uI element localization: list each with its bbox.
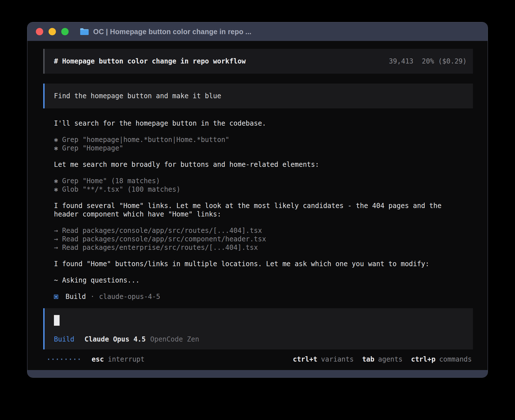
terminal-window: OC | Homepage button color change in rep… xyxy=(27,22,488,378)
minimize-button[interactable] xyxy=(49,28,56,35)
prompt-input[interactable]: Build Claude Opus 4.5 OpenCode Zen xyxy=(43,308,473,349)
context-usage: 20% ($0.29) xyxy=(422,57,467,65)
titlebar: OC | Homepage button color change in rep… xyxy=(27,22,488,41)
tool-call-line: ✱ Grep "Homepage" xyxy=(54,144,473,152)
input-mode-label: Build xyxy=(54,335,74,343)
shortcut-hint-agents: tabagents xyxy=(362,355,403,363)
window-bottom-edge xyxy=(27,370,488,377)
tool-call-line: ✱ Glob "**/*.tsx" (100 matches) xyxy=(54,185,473,194)
assistant-text-line: I found "Home" buttons/links in multiple… xyxy=(54,260,473,268)
input-model-label: Claude Opus 4.5 xyxy=(84,335,146,343)
zoom-button[interactable] xyxy=(61,28,69,35)
agent-model: claude-opus-4-5 xyxy=(99,293,160,301)
shortcut-hint-variants: ctrl+tvariants xyxy=(293,355,353,363)
agent-name: Build xyxy=(66,293,86,301)
assistant-text-block: I found several "Home" links. Let me loo… xyxy=(54,202,473,218)
tool-call-line: ✱ Grep "Home" (18 matches) xyxy=(54,177,473,185)
assistant-text-line: I found several "Home" links. Let me loo… xyxy=(54,202,473,210)
session-stats: 39,413 20% ($0.29) xyxy=(389,57,467,65)
shortcut-key: ctrl+p xyxy=(411,355,436,363)
shortcut-key: tab xyxy=(362,355,374,363)
session-header: # Homepage button color change in repo w… xyxy=(43,49,473,74)
assistant-text-line: I'll search for the homepage button in t… xyxy=(54,119,473,128)
spinner-dots: ········ xyxy=(47,355,82,363)
close-button[interactable] xyxy=(36,28,43,35)
assistant-text-block: I'll search for the homepage button in t… xyxy=(54,119,473,128)
interrupt-label: interrupt xyxy=(108,355,145,363)
agent-status-row: Build · claude-opus-4-5 xyxy=(43,292,473,301)
assistant-text-block: I found "Home" buttons/links in multiple… xyxy=(54,260,473,268)
tool-call-line: → Read packages/console/app/src/componen… xyxy=(54,235,473,243)
terminal-content: # Homepage button color change in repo w… xyxy=(27,41,488,370)
assistant-transcript: I'll search for the homepage button in t… xyxy=(43,119,473,285)
agent-square-icon xyxy=(54,295,58,299)
shortcut-key: ctrl+t xyxy=(293,355,317,363)
window-title: OC | Homepage button color change in rep… xyxy=(93,28,251,36)
input-provider-label: OpenCode Zen xyxy=(150,335,199,343)
assistant-text-line: ~ Asking questions... xyxy=(54,276,473,285)
token-count: 39,413 xyxy=(389,57,413,65)
shortcut-label: variants xyxy=(321,355,354,363)
shortcut-hints: ctrl+tvariantstabagentsctrl+pcommands xyxy=(293,355,472,363)
assistant-text-line: header component which have "Home" links… xyxy=(54,210,473,218)
user-message-text: Find the homepage button and make it blu… xyxy=(54,92,221,100)
assistant-text-block: ~ Asking questions... xyxy=(54,276,473,285)
user-message: Find the homepage button and make it blu… xyxy=(43,84,473,108)
text-cursor xyxy=(54,315,60,326)
shortcut-label: agents xyxy=(378,355,403,363)
status-bar: ········ esc interrupt ctrl+tvariantstab… xyxy=(43,355,473,364)
tool-call-group: ✱ Grep "homepage|home.*button|Home.*butt… xyxy=(54,135,473,152)
interrupt-hint: esc interrupt xyxy=(92,355,145,363)
tool-call-group: → Read packages/console/app/src/routes/[… xyxy=(54,226,473,252)
traffic-lights xyxy=(36,28,69,35)
assistant-text-block: Let me search more broadly for buttons a… xyxy=(54,160,473,169)
folder-icon xyxy=(80,28,89,36)
input-meta: Build Claude Opus 4.5 OpenCode Zen xyxy=(54,335,464,343)
shortcut-hint-commands: ctrl+pcommands xyxy=(411,355,472,363)
tool-call-line: → Read packages/enterprise/src/routes/[.… xyxy=(54,243,473,252)
assistant-text-line: Let me search more broadly for buttons a… xyxy=(54,160,473,169)
shortcut-label: commands xyxy=(439,355,472,363)
agent-separator: · xyxy=(90,293,94,301)
tool-call-line: ✱ Grep "homepage|home.*button|Home.*butt… xyxy=(54,135,473,144)
tool-call-group: ✱ Grep "Home" (18 matches)✱ Glob "**/*.t… xyxy=(54,177,473,194)
session-title: # Homepage button color change in repo w… xyxy=(54,57,246,65)
esc-key-label: esc xyxy=(92,355,104,363)
tool-call-line: → Read packages/console/app/src/routes/[… xyxy=(54,226,473,235)
